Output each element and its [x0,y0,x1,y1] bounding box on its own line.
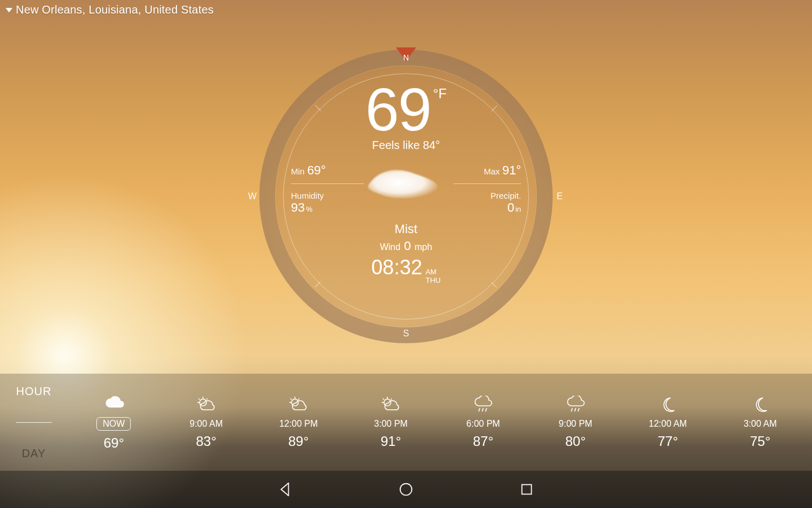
temp-value: 69 [365,79,431,140]
hour-tab[interactable]: HOUR [12,382,56,401]
svg-line-20 [578,408,579,411]
mist-icon [364,162,448,216]
svg-line-8 [290,398,292,400]
forecast-temp: 83° [196,433,216,449]
time-value: 08:32 [372,256,422,279]
moon-icon [752,395,769,414]
svg-line-16 [482,408,483,411]
forecast-time: 12:00 AM [649,419,687,429]
forecast-cell[interactable]: 9:00 AM83° [160,374,253,471]
forecast-temp: 80° [565,433,585,449]
min-label: Min [291,167,304,176]
back-button[interactable] [276,480,295,499]
wind-unit: mph [414,242,432,252]
forecast-temp: 75° [750,433,770,449]
precip-label: Precipit. [491,191,521,200]
min-humidity-block: Min 69° Humidity93% [291,163,364,215]
svg-line-14 [391,398,392,400]
forecast-cell[interactable]: 9:00 PM80° [529,374,622,471]
forecast-temp: 89° [288,433,308,449]
mode-separator [16,422,52,423]
svg-point-21 [400,484,412,496]
min-value: 69° [307,163,326,177]
condition-label: Mist [395,222,417,237]
forecast-time: 9:00 PM [559,419,593,429]
feels-like: Feels like 84° [372,139,440,152]
forecast-cell[interactable]: 12:00 PM89° [253,374,345,471]
time-ampm: AM [426,268,441,277]
forecast-cell[interactable]: 3:00 AM75° [714,374,806,471]
max-value: 91° [502,163,521,177]
compass-e-label: E [557,191,563,202]
svg-rect-22 [522,485,532,494]
svg-line-19 [575,408,576,411]
forecast-time: 3:00 AM [744,419,777,429]
compass-n-label: N [403,53,409,62]
forecast-cells[interactable]: NOW69°9:00 AM83°12:00 PM89°3:00 PM91°6:0… [68,374,806,471]
wind-row: Wind 0 mph [380,239,433,253]
home-button[interactable] [396,480,416,499]
precip-unit: in [515,205,521,213]
humidity-value: 93 [291,200,304,214]
forecast-time: 3:00 PM [374,419,408,429]
time-dow: THU [426,277,441,285]
moon-icon [659,395,676,414]
android-navbar [0,471,812,508]
svg-line-15 [479,408,480,411]
humidity-label: Humidity [291,191,364,200]
forecast-cell[interactable]: 6:00 PM87° [437,374,529,471]
forecast-cell[interactable]: 3:00 PM91° [345,374,437,471]
svg-line-13 [383,398,384,400]
location-selector[interactable]: New Orleans, Louisiana, United States [6,3,214,16]
weather-dial[interactable]: N S E W 69 °F Feels like 84° Min 69° Hum… [259,50,553,343]
dial-content: 69 °F Feels like 84° Min 69° Humidity93% [288,78,524,315]
compass-w-label: W [248,191,257,202]
forecast-time: NOW [96,417,131,431]
svg-line-9 [298,398,299,400]
forecast-mode-toggle: HOUR DAY [0,374,68,471]
rain-icon [566,395,586,414]
humidity-unit: % [306,205,312,213]
forecast-cell[interactable]: NOW69° [68,374,160,471]
max-label: Max [484,167,500,176]
current-temp: 69 °F [365,79,447,140]
suncloud-icon [288,395,309,414]
temp-unit: °F [433,87,447,100]
forecast-time: 9:00 AM [189,419,223,429]
forecast-cell[interactable]: 12:00 AM77° [622,374,714,471]
forecast-strip: HOUR DAY NOW69°9:00 AM83°12:00 PM89°3:00… [0,374,812,471]
suncloud-icon [380,395,401,414]
svg-line-18 [571,408,572,411]
svg-line-17 [486,408,487,411]
svg-line-4 [206,398,208,400]
chevron-down-icon [6,8,12,12]
forecast-temp: 91° [381,433,401,449]
location-label: New Orleans, Louisiana, United States [16,3,214,16]
cloud-icon [104,393,124,413]
forecast-temp: 87° [473,433,493,449]
forecast-temp: 69° [104,435,124,451]
time-row: 08:32 AM THU [372,256,441,285]
forecast-temp: 77° [657,433,678,449]
day-tab[interactable]: DAY [17,444,51,463]
max-precip-block: Max 91° Precipit.0in [448,163,521,215]
precip-value: 0 [508,200,514,214]
wind-value: 0 [403,239,412,253]
forecast-time: 6:00 PM [466,419,500,429]
suncloud-icon [196,395,217,414]
compass-s-label: S [403,329,409,339]
recents-button[interactable] [517,480,536,499]
rain-icon [473,395,493,414]
forecast-time: 12:00 PM [279,419,317,429]
svg-line-3 [198,398,200,400]
wind-label: Wind [380,242,400,252]
